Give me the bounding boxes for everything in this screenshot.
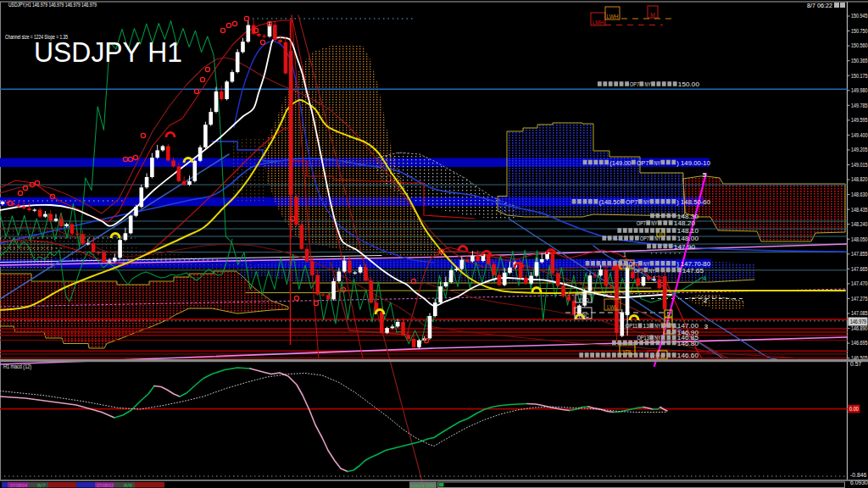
svg-text:148.435: 148.435 [851,207,868,213]
svg-text:OP7: OP7 [630,81,639,87]
svg-text:YDO: YDO [578,297,589,302]
svg-text:LMH: LMH [593,19,604,25]
svg-text:LWH: LWH [607,14,619,19]
svg-text:8/6: 8/6 [124,483,133,488]
svg-text:OP7: OP7 [629,261,638,267]
svg-text:147.470: 147.470 [851,280,868,286]
svg-text:NY: NY [643,199,649,205]
svg-text:OP7: OP7 [637,160,649,166]
svg-text:NY: NY [643,261,649,267]
svg-text:148.20: 148.20 [674,220,695,226]
svg-text:OP7: OP7 [637,220,646,226]
svg-text:OP7: OP7 [634,268,643,274]
svg-text:07/08/02: 07/08/02 [97,483,114,488]
svg-text:-0.846: -0.846 [850,472,866,478]
svg-text:YDC: YDC [577,313,589,319]
svg-text:149.595: 149.595 [851,117,868,123]
svg-text:148.820: 148.820 [851,176,868,182]
svg-text:D: D [667,312,670,317]
svg-text:macd OSI: macd OSI [411,483,435,488]
svg-text:OP7: OP7 [626,199,638,205]
svg-text:8/7 06:22: 8/7 06:22 [807,3,832,8]
svg-text:148.10: 148.10 [677,228,698,234]
svg-text:8/7: 8/7 [37,483,47,488]
svg-text:OP7: OP7 [640,236,649,241]
svg-text:) 149.00-10: ) 149.00-10 [676,160,710,167]
svg-text:146.80: 146.80 [677,341,698,347]
svg-text:NY: NY [644,81,650,87]
svg-text:NY: NY [654,236,660,241]
svg-text:146.60: 146.60 [677,352,698,358]
svg-text:NY: NY [654,160,660,166]
svg-text:(149.00: (149.00 [609,160,631,167]
svg-text:148.00: 148.00 [677,236,698,241]
svg-text:3: 3 [704,323,709,330]
svg-text:147.275: 147.275 [851,296,868,302]
svg-text:150.175: 150.175 [851,73,868,79]
svg-text:147.00: 147.00 [677,323,698,329]
svg-text:NY: NY [654,323,660,329]
svg-text:150.560: 150.560 [851,42,868,48]
svg-text:149.400: 149.400 [851,132,868,138]
svg-text:149.785: 149.785 [851,103,868,108]
svg-text:NY: NY [648,268,654,274]
svg-text:M: M [650,12,654,18]
svg-text:147.90: 147.90 [674,244,695,250]
svg-text:148.240: 148.240 [851,221,868,227]
svg-text:1: 1 [623,252,626,258]
svg-text:146.890: 146.890 [851,325,868,331]
svg-text:147.65: 147.65 [682,268,704,274]
svg-text:USDJPY,H1 146.979 146.979 146: USDJPY,H1 146.979 146.979 146.979 146.97… [8,2,97,8]
svg-text:147.665: 147.665 [851,266,868,272]
svg-text:2: 2 [704,297,708,304]
svg-text:149.015: 149.015 [851,162,868,168]
svg-text:146.695: 146.695 [851,340,868,346]
svg-text:NY: NY [651,220,657,226]
svg-text:NY: NY [654,335,660,341]
svg-text:148.630: 148.630 [851,191,868,197]
svg-text:148.30: 148.30 [677,214,698,219]
svg-text:150.945: 150.945 [851,13,868,19]
svg-text:147.855: 147.855 [851,251,868,257]
svg-text:148.050: 148.050 [851,236,868,242]
svg-text:0.00: 0.00 [849,406,859,412]
svg-text:) 148.50-60: ) 148.50-60 [676,199,710,206]
svg-text:149.205: 149.205 [851,147,868,152]
svg-text:150.00: 150.00 [678,81,699,87]
svg-text:(148.50: (148.50 [598,199,620,206]
svg-text:147.085: 147.085 [851,310,868,316]
svg-text:USDJPY H1: USDJPY H1 [34,36,182,68]
svg-text:H1 macd (12): H1 macd (12) [3,363,31,370]
svg-text:150.365: 150.365 [851,58,868,64]
svg-text:149.980: 149.980 [851,87,868,93]
svg-text:07/08/04: 07/08/04 [10,483,27,488]
svg-text:13: 13 [643,323,649,329]
svg-text:146.979: 146.979 [850,319,866,324]
svg-text:4: 4 [703,274,707,282]
svg-text:LWL: LWL [607,304,618,310]
svg-text:OP11: OP11 [626,323,637,329]
svg-text:5: 5 [703,171,707,179]
svg-text:150.750: 150.750 [851,28,868,34]
svg-text:OP13: OP13 [637,335,648,341]
